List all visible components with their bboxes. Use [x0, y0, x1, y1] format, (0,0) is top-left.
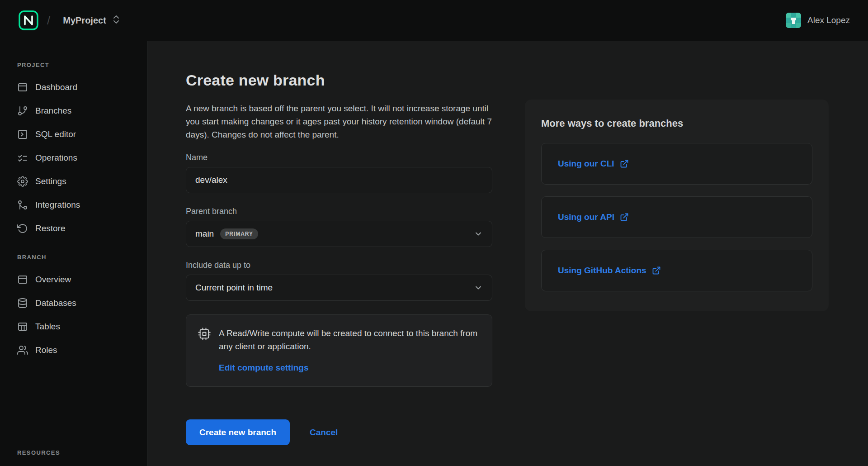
main-content: Create new branch A new branch is based …: [147, 41, 868, 466]
roles-icon: [17, 345, 28, 356]
primary-badge: PRIMARY: [220, 228, 258, 239]
breadcrumb-separator: /: [47, 14, 50, 28]
chevron-up-down-icon: [113, 14, 120, 26]
restore-icon: [17, 223, 28, 234]
sidebar-item-label: Integrations: [35, 200, 80, 210]
tables-icon: [17, 321, 28, 332]
include-data-select[interactable]: Current point in time: [186, 275, 492, 301]
sidebar-item-branches[interactable]: Branches: [0, 99, 147, 123]
sql-editor-icon: [17, 129, 28, 140]
parent-branch-value: main: [195, 229, 214, 239]
cli-link: Using our CLI: [558, 159, 629, 169]
avatar: [786, 13, 801, 28]
sidebar-item-label: Overview: [35, 275, 71, 285]
sidebar-item-label: Settings: [35, 176, 66, 186]
integrations-icon: [17, 200, 28, 210]
user-name: Alex Lopez: [807, 15, 850, 25]
overview-icon: [17, 274, 28, 285]
compute-note-text: A Read/Write compute will be created to …: [219, 327, 479, 353]
sidebar-item-sql-editor[interactable]: SQL editor: [0, 123, 147, 146]
sidebar-item-label: Operations: [35, 153, 77, 163]
project-selector[interactable]: MyProject: [58, 11, 124, 30]
sidebar-item-label: Databases: [35, 298, 76, 308]
section-title-branch: BRANCH: [0, 254, 147, 261]
section-title-project: PROJECT: [0, 62, 147, 68]
sidebar-section-resources: RESOURCES: [0, 449, 147, 466]
sidebar-section-project: PROJECT Dashboard Branches: [0, 62, 147, 240]
parent-branch-label: Parent branch: [186, 207, 492, 216]
section-title-resources: RESOURCES: [0, 449, 147, 456]
parent-branch-select[interactable]: main PRIMARY: [186, 221, 492, 247]
top-header: / MyProject Alex Lopez: [0, 0, 868, 41]
sidebar-item-integrations[interactable]: Integrations: [0, 193, 147, 217]
sidebar-item-label: Restore: [35, 223, 66, 233]
sidebar-item-dashboard[interactable]: Dashboard: [0, 76, 147, 99]
sidebar-item-settings[interactable]: Settings: [0, 170, 147, 193]
github-actions-link: Using GitHub Actions: [558, 266, 661, 276]
databases-icon: [17, 298, 28, 309]
page-title: Create new branch: [186, 71, 492, 89]
sidebar-item-operations[interactable]: Operations: [0, 146, 147, 170]
operations-icon: [17, 152, 28, 163]
external-link-icon: [620, 159, 629, 168]
edit-compute-settings-link[interactable]: Edit compute settings: [219, 363, 308, 373]
include-data-value: Current point in time: [195, 283, 273, 293]
sidebar-item-label: Tables: [35, 322, 60, 332]
github-actions-link-label: Using GitHub Actions: [558, 266, 646, 276]
sidebar-item-overview[interactable]: Overview: [0, 268, 147, 291]
sidebar: PROJECT Dashboard Branches: [0, 41, 147, 466]
project-name: MyProject: [63, 15, 106, 26]
app-root: / MyProject Alex Lopez: [0, 0, 868, 466]
sidebar-item-label: SQL editor: [35, 129, 76, 139]
sidebar-item-label: Roles: [35, 345, 57, 355]
name-field-label: Name: [186, 153, 492, 162]
body-row: PROJECT Dashboard Branches: [0, 41, 868, 466]
api-card[interactable]: Using our API: [541, 196, 812, 238]
page-description: A new branch is based off the parent you…: [186, 102, 492, 141]
cli-card[interactable]: Using our CLI: [541, 143, 812, 185]
cpu-icon: [198, 328, 211, 340]
compute-note: A Read/Write compute will be created to …: [186, 314, 492, 387]
dashboard-icon: [17, 82, 28, 93]
sidebar-item-restore[interactable]: Restore: [0, 217, 147, 240]
chevron-down-icon: [474, 283, 483, 292]
user-menu[interactable]: Alex Lopez: [786, 13, 850, 28]
sidebar-item-label: Branches: [35, 106, 71, 116]
create-branch-button[interactable]: Create new branch: [186, 419, 290, 445]
neon-logo[interactable]: [18, 10, 39, 31]
include-data-label: Include data up to: [186, 261, 492, 270]
chevron-down-icon: [474, 229, 483, 238]
branch-name-input[interactable]: [186, 167, 492, 193]
create-branch-form: Create new branch A new branch is based …: [186, 71, 492, 466]
github-actions-card[interactable]: Using GitHub Actions: [541, 250, 812, 291]
sidebar-item-label: Dashboard: [35, 82, 77, 92]
sidebar-item-databases[interactable]: Databases: [0, 291, 147, 315]
sidebar-item-tables[interactable]: Tables: [0, 315, 147, 338]
external-link-icon: [620, 213, 629, 222]
settings-icon: [17, 176, 28, 187]
sidebar-item-roles[interactable]: Roles: [0, 338, 147, 362]
cancel-link[interactable]: Cancel: [310, 428, 338, 437]
header-left: / MyProject: [18, 10, 124, 31]
form-actions: Create new branch Cancel: [186, 419, 492, 445]
api-link: Using our API: [558, 212, 629, 222]
api-link-label: Using our API: [558, 212, 614, 222]
cli-link-label: Using our CLI: [558, 159, 614, 169]
external-link-icon: [652, 266, 661, 275]
more-ways-title: More ways to create branches: [541, 118, 812, 129]
sidebar-section-branch: BRANCH Overview Databases: [0, 254, 147, 362]
more-ways-panel: More ways to create branches Using our C…: [525, 100, 829, 311]
branches-icon: [17, 105, 28, 116]
